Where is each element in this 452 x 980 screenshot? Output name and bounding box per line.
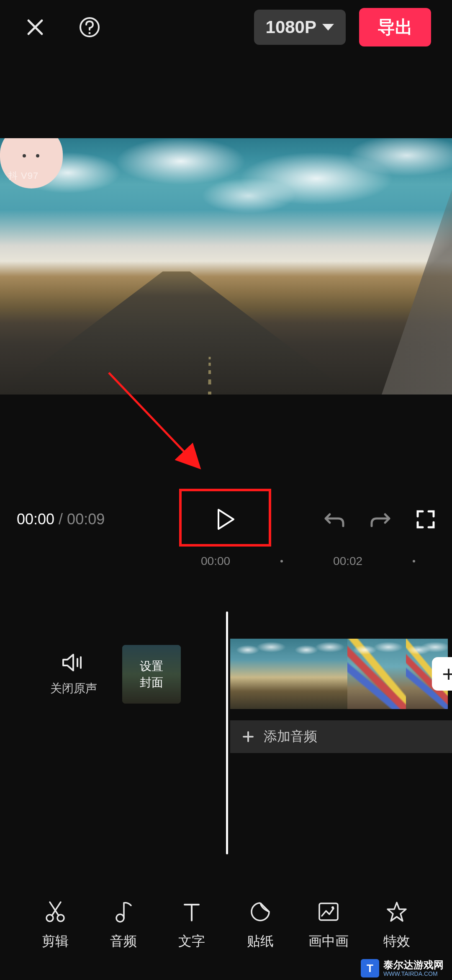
preview-road	[0, 271, 452, 395]
clip-thumbnail	[347, 639, 406, 709]
time-separator: /	[59, 511, 63, 528]
undo-button[interactable]	[324, 510, 345, 529]
resolution-label: 1080P	[266, 17, 316, 37]
time-current: 00:00	[17, 511, 54, 528]
fullscreen-icon	[416, 510, 435, 529]
watermark-name: 泰尔达游戏网	[383, 959, 444, 970]
watermark-url: WWW.TAIRDA.COM	[383, 971, 444, 977]
header-left	[25, 16, 100, 38]
scissors-icon	[45, 900, 66, 923]
header: 1080P 导出	[0, 0, 452, 54]
text-icon	[182, 901, 201, 922]
ruler-mark: 00:02	[333, 554, 362, 568]
clip-thumbnail	[230, 639, 289, 709]
export-button[interactable]: 导出	[359, 8, 431, 46]
mute-label: 关闭原声	[50, 681, 97, 696]
tool-edit[interactable]: 剪辑	[30, 900, 80, 951]
svg-point-5	[116, 914, 124, 922]
tool-label: 音频	[110, 932, 137, 951]
play-button[interactable]	[217, 509, 235, 530]
ruler-mark: 00:00	[201, 554, 230, 568]
playback-controls: 00:00 / 00:09	[0, 503, 452, 536]
mute-original-button[interactable]: 关闭原声	[50, 652, 97, 696]
redo-button[interactable]	[370, 510, 391, 529]
bottom-toolbar: 剪辑 音频 文字 贴纸	[0, 900, 452, 951]
plus-icon: +	[442, 661, 452, 687]
tool-label: 特效	[383, 932, 410, 951]
cover-label-line2: 封面	[140, 674, 163, 691]
add-audio-button[interactable]: 添加音频	[230, 720, 452, 753]
clip-thumbnail	[289, 639, 347, 709]
undo-icon	[324, 510, 345, 529]
ruler-dot	[280, 560, 283, 562]
help-button[interactable]	[79, 16, 100, 38]
tool-label: 贴纸	[247, 932, 274, 951]
speaker-icon	[62, 652, 86, 673]
cover-label-line1: 设置	[140, 658, 163, 674]
close-button[interactable]	[25, 17, 45, 37]
add-clip-button[interactable]: +	[432, 657, 452, 691]
header-right: 1080P 导出	[254, 8, 431, 46]
time-total: 00:09	[67, 511, 105, 528]
tool-sticker[interactable]: 贴纸	[235, 900, 285, 951]
svg-rect-6	[319, 903, 338, 920]
music-note-icon	[114, 900, 133, 923]
preview-road-line	[208, 357, 211, 395]
tool-pip[interactable]: 画中画	[303, 900, 354, 951]
video-track[interactable]: +	[230, 639, 452, 709]
controls-right	[324, 510, 435, 529]
resolution-selector[interactable]: 1080P	[254, 10, 346, 45]
fullscreen-button[interactable]	[416, 510, 435, 529]
star-icon	[386, 901, 408, 923]
set-cover-button[interactable]: 设置 封面	[122, 645, 181, 704]
video-preview[interactable]: 抖 V97	[0, 138, 452, 395]
tool-label: 文字	[178, 932, 205, 951]
redo-icon	[370, 510, 391, 529]
ruler-dot	[413, 560, 415, 562]
timeline-ruler[interactable]: 00:00 00:02	[0, 553, 452, 570]
chevron-down-icon	[322, 24, 334, 31]
plus-icon	[242, 730, 254, 743]
playhead[interactable]	[226, 611, 228, 854]
help-icon	[79, 16, 100, 38]
play-icon	[217, 509, 235, 530]
pip-icon	[318, 902, 339, 922]
tool-effects[interactable]: 特效	[372, 900, 422, 951]
sticker-icon	[250, 901, 271, 922]
close-icon	[25, 17, 45, 37]
tool-label: 剪辑	[42, 932, 69, 951]
preview-sky	[0, 138, 452, 253]
tool-text[interactable]: 文字	[167, 900, 217, 951]
tool-audio[interactable]: 音频	[98, 900, 149, 951]
site-watermark: T 泰尔达游戏网 WWW.TAIRDA.COM	[361, 959, 444, 977]
track-left-controls: 关闭原声 设置 封面	[50, 645, 181, 704]
preview-watermark: 抖 V97	[8, 170, 39, 182]
svg-point-7	[331, 906, 334, 909]
svg-point-1	[89, 32, 91, 34]
tool-label: 画中画	[308, 932, 349, 951]
add-audio-label: 添加音频	[264, 727, 317, 746]
export-label: 导出	[378, 17, 413, 37]
watermark-badge: T	[361, 959, 379, 977]
